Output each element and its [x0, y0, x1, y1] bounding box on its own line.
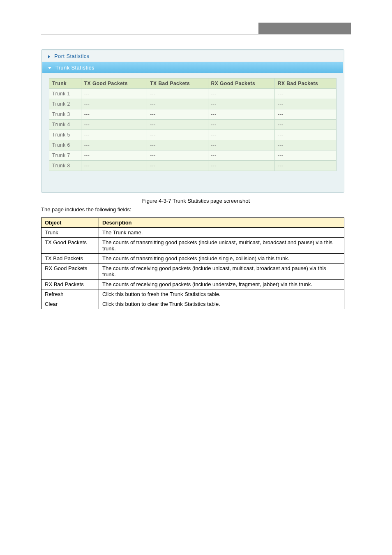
table-cell: --- [81, 130, 147, 140]
col-tx-good: TX Good Packets [81, 79, 147, 89]
col-trunk: Trunk [49, 79, 81, 89]
object-cell: RX Bad Packets [42, 280, 99, 289]
table-cell: --- [208, 161, 274, 171]
col-tx-bad: TX Bad Packets [147, 79, 208, 89]
table-cell: --- [274, 99, 336, 109]
description-cell: The counts of receiving good packets (in… [99, 280, 344, 289]
table-cell: --- [81, 150, 147, 161]
content-area: Port Statistics Trunk Statistics Trunk T… [0, 35, 392, 309]
col-rx-bad: RX Bad Packets [274, 79, 336, 89]
chevron-right-icon [48, 55, 50, 58]
table-row: Trunk 1------------ [49, 89, 337, 99]
object-cell: TX Bad Packets [42, 254, 99, 264]
col-description: Description [99, 218, 344, 228]
trunk-statistics-body: Trunk TX Good Packets TX Bad Packets RX … [42, 73, 343, 192]
table-row: Trunk 3------------ [49, 109, 337, 120]
table-row: TX Bad PacketsThe counts of transmitting… [42, 254, 344, 264]
object-cell: Trunk [42, 228, 99, 238]
table-cell: --- [81, 140, 147, 150]
trunk-section-title: Trunk Statistics [55, 65, 95, 71]
table-cell: --- [81, 161, 147, 171]
table-cell: --- [208, 140, 274, 150]
table-cell: --- [208, 120, 274, 130]
table-row: Trunk 8------------ [49, 161, 337, 171]
table-row: Trunk 6------------ [49, 140, 337, 150]
table-cell: --- [274, 120, 336, 130]
object-cell: TX Good Packets [42, 238, 99, 254]
table-cell: --- [208, 109, 274, 120]
description-cell: The Trunk name. [99, 228, 344, 238]
trunk-table-body: Trunk 1------------Trunk 2------------Tr… [49, 89, 337, 171]
col-object: Object [42, 218, 99, 228]
description-cell: The counts of transmitting good packets … [99, 238, 344, 254]
table-cell: --- [208, 130, 274, 140]
intro-text: The page includes the following fields: [41, 206, 351, 213]
table-cell: Trunk 8 [49, 161, 81, 171]
table-cell: --- [147, 109, 208, 120]
table-cell: Trunk 3 [49, 109, 81, 120]
description-cell: The counts of transmitting good packets … [99, 254, 344, 264]
table-row: Trunk 5------------ [49, 130, 337, 140]
table-row: ClearClick this button to clear the Trun… [42, 299, 344, 309]
table-cell: --- [147, 130, 208, 140]
header-right-block [258, 23, 351, 34]
table-cell: --- [81, 99, 147, 109]
table-cell: Trunk 1 [49, 89, 81, 99]
table-cell: --- [81, 89, 147, 99]
table-row: Trunk 2------------ [49, 99, 337, 109]
table-cell: --- [147, 99, 208, 109]
description-cell: Click this button to clear the Trunk Sta… [99, 299, 344, 309]
table-cell: --- [274, 140, 336, 150]
figure-caption: Figure 4-3-7 Trunk Statistics page scree… [41, 198, 351, 204]
table-row: RefreshClick this button to fresh the Tr… [42, 289, 344, 299]
table-row: Trunk 7------------ [49, 150, 337, 161]
table-cell: --- [147, 161, 208, 171]
description-cell: Click this button to fresh the Trunk Sta… [99, 289, 344, 299]
table-cell: Trunk 4 [49, 120, 81, 130]
table-cell: --- [274, 150, 336, 161]
table-cell: --- [147, 140, 208, 150]
desc-table-body: TrunkThe Trunk name.TX Good PacketsThe c… [42, 228, 344, 309]
table-row: TX Good PacketsThe counts of transmittin… [42, 238, 344, 254]
table-header-row: Object Description [42, 218, 344, 228]
table-cell: --- [208, 99, 274, 109]
table-cell: --- [81, 109, 147, 120]
object-cell: RX Good Packets [42, 264, 99, 280]
table-header-row: Trunk TX Good Packets TX Bad Packets RX … [49, 79, 337, 89]
port-statistics-section-header[interactable]: Port Statistics [42, 51, 343, 62]
trunk-statistics-section-header[interactable]: Trunk Statistics [42, 62, 343, 73]
table-cell: --- [208, 89, 274, 99]
table-cell: Trunk 7 [49, 150, 81, 161]
table-cell: --- [274, 109, 336, 120]
table-row: TrunkThe Trunk name. [42, 228, 344, 238]
object-cell: Refresh [42, 289, 99, 299]
table-row: Trunk 4------------ [49, 120, 337, 130]
table-cell: --- [147, 120, 208, 130]
chevron-down-icon [48, 67, 51, 69]
table-cell: --- [147, 89, 208, 99]
page-header [41, 0, 351, 35]
col-rx-good: RX Good Packets [208, 79, 274, 89]
screenshot-panel: Port Statistics Trunk Statistics Trunk T… [41, 49, 344, 193]
table-cell: --- [274, 161, 336, 171]
table-cell: --- [274, 130, 336, 140]
table-cell: Trunk 2 [49, 99, 81, 109]
table-cell: --- [274, 89, 336, 99]
table-cell: Trunk 6 [49, 140, 81, 150]
port-section-title: Port Statistics [54, 53, 89, 59]
table-cell: --- [81, 120, 147, 130]
table-row: RX Bad PacketsThe counts of receiving go… [42, 280, 344, 289]
description-cell: The counts of receiving good packets (in… [99, 264, 344, 280]
table-cell: --- [147, 150, 208, 161]
trunk-statistics-table: Trunk TX Good Packets TX Bad Packets RX … [49, 78, 337, 171]
object-cell: Clear [42, 299, 99, 309]
table-cell: Trunk 5 [49, 130, 81, 140]
table-cell: --- [208, 150, 274, 161]
table-row: RX Good PacketsThe counts of receiving g… [42, 264, 344, 280]
description-table: Object Description TrunkThe Trunk name.T… [41, 217, 344, 309]
